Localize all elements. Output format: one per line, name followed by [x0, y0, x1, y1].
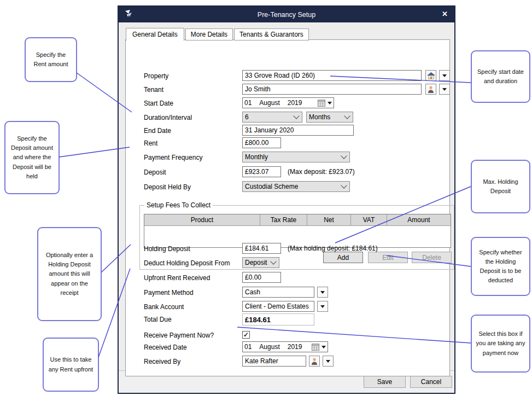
chevron-down-icon: [320, 305, 325, 308]
end-date-row: End Date 31 January 2020: [144, 125, 450, 136]
payment-frequency-value: Monthly: [245, 153, 268, 161]
calendar-icon: [318, 100, 325, 107]
bank-account-dropdown-button[interactable]: [317, 301, 328, 312]
save-button[interactable]: Save: [364, 376, 406, 388]
callout-rent-amount: Specify the Rent amount: [25, 37, 77, 82]
bank-account-row: Bank Account Client - Demo Estates: [144, 301, 450, 312]
received-date-picker[interactable]: 01 August 2019: [242, 341, 328, 352]
tenant-row: Tenant Jo Smith: [144, 84, 450, 95]
bank-account-input[interactable]: Client - Demo Estates: [242, 301, 314, 312]
payment-method-input[interactable]: Cash: [242, 287, 314, 298]
holding-deposit-row: Holding Deposit £184.61 (Max holding dep…: [144, 243, 450, 254]
col-vat: VAT: [351, 214, 387, 225]
cancel-button[interactable]: Cancel: [410, 376, 452, 388]
received-by-dropdown-button[interactable]: [323, 356, 334, 367]
holding-deposit-label: Holding Deposit: [144, 245, 190, 253]
chevron-down-icon: [320, 291, 325, 294]
start-date-day[interactable]: 01: [244, 99, 252, 107]
property-input[interactable]: 33 Grove Road (ID 260): [242, 70, 422, 81]
person-icon: [428, 86, 434, 93]
total-due-value: £184.61: [242, 313, 314, 326]
end-date-label: End Date: [144, 127, 171, 135]
upfront-rent-input[interactable]: £0.00: [242, 272, 281, 283]
chevron-down-icon: [442, 88, 447, 91]
received-by-lookup-button[interactable]: [309, 356, 320, 367]
tab-general-details[interactable]: General Details: [126, 28, 184, 41]
calendar-icon: [312, 344, 319, 351]
holding-deposit-input[interactable]: £184.61: [242, 243, 281, 254]
callout-rent-upfront: Use this to take any Rent upfront: [43, 338, 99, 392]
property-dropdown-button[interactable]: [439, 70, 450, 81]
payment-frequency-select[interactable]: Monthly: [242, 152, 350, 162]
payment-method-dropdown-button[interactable]: [317, 287, 328, 298]
deposit-held-by-label: Deposit Held By: [144, 183, 191, 191]
received-date-month[interactable]: August: [259, 343, 279, 351]
check-icon: ✓: [243, 332, 249, 338]
chevron-down-icon: [341, 153, 347, 159]
deposit-row: Deposit £923.07 (Max deposit: £923.07): [144, 166, 450, 178]
screenshot-stage: Specify the Rent amount Specify the Depo…: [0, 0, 532, 401]
title-bar: Pre-Tenancy Setup ✕: [119, 7, 454, 22]
deduct-from-value: Deposit: [245, 259, 267, 266]
deposit-held-by-select[interactable]: Custodial Scheme: [242, 181, 350, 192]
tenant-input[interactable]: Jo Smith: [242, 84, 422, 95]
receive-payment-label: Receive Payment Now?: [144, 332, 214, 339]
deduct-from-select[interactable]: Deposit: [242, 257, 279, 268]
house-icon: [427, 72, 435, 79]
tab-more-details[interactable]: More Details: [185, 28, 233, 40]
end-date-input[interactable]: 31 January 2020: [242, 125, 354, 136]
callout-holding-deposit: Optionally enter a Holding Deposit amoun…: [37, 227, 102, 321]
payment-frequency-label: Payment Frequency: [144, 154, 202, 161]
received-date-day[interactable]: 01: [244, 343, 252, 351]
callout-deposit-amount: Specify the Deposit amount and where the…: [4, 121, 60, 194]
chevron-down-icon: [442, 74, 447, 77]
rent-input[interactable]: £800.00: [242, 137, 281, 148]
start-date-month[interactable]: August: [259, 99, 279, 107]
received-date-label: Received Date: [144, 344, 187, 351]
chevron-down-icon: [270, 258, 276, 264]
window-title: Pre-Tenancy Setup: [119, 11, 454, 19]
tenant-lookup-button[interactable]: [425, 84, 436, 95]
deduct-from-row: Deduct Holding Deposit From Deposit: [144, 257, 450, 269]
tenant-label: Tenant: [144, 86, 163, 94]
tab-tenants-guarantors[interactable]: Tenants & Guarantors: [234, 28, 309, 40]
total-due-label: Total Due: [144, 316, 172, 323]
interval-value: Months: [309, 113, 330, 121]
deposit-held-by-value: Custodial Scheme: [245, 183, 298, 190]
property-row: Property 33 Grove Road (ID 260): [144, 70, 450, 82]
deposit-held-by-row: Deposit Held By Custodial Scheme: [144, 181, 450, 193]
deduct-from-label: Deduct Holding Deposit From: [144, 259, 230, 267]
upfront-rent-label: Upfront Rent Received: [144, 274, 210, 282]
property-label: Property: [144, 72, 168, 80]
start-date-picker[interactable]: 01 August 2019: [242, 97, 334, 108]
received-date-year[interactable]: 2019: [288, 343, 302, 351]
start-date-year[interactable]: 2019: [288, 99, 302, 107]
chevron-down-icon: [344, 113, 350, 119]
rent-label: Rent: [144, 140, 157, 147]
duration-row: Duration/Interval 6 Months: [144, 112, 450, 123]
receive-payment-checkbox[interactable]: ✓: [242, 331, 250, 339]
col-tax-rate: Tax Rate: [260, 214, 307, 225]
close-icon[interactable]: ✕: [442, 9, 448, 19]
callout-max-holding-deposit: Max. Holding Deposit: [471, 160, 530, 213]
received-by-input[interactable]: Kate Rafter: [242, 356, 306, 367]
pre-tenancy-setup-dialog: Pre-Tenancy Setup ✕ General Details More…: [118, 5, 455, 394]
receive-payment-row: Receive Payment Now? ✓: [144, 329, 450, 341]
property-lookup-button[interactable]: [425, 70, 436, 81]
duration-select[interactable]: 6: [242, 112, 302, 123]
payment-method-row: Payment Method Cash: [144, 287, 450, 298]
tenant-dropdown-button[interactable]: [439, 84, 450, 95]
deposit-input[interactable]: £923.07: [242, 166, 281, 177]
fees-table-header: Product Tax Rate Net VAT Amount: [144, 214, 451, 226]
callout-start-date-duration: Specify start date and duration: [471, 50, 530, 103]
chevron-down-icon: [326, 360, 330, 363]
duration-value: 6: [245, 113, 249, 121]
start-date-label: Start Date: [144, 100, 173, 107]
col-amount: Amount: [387, 214, 451, 225]
payment-frequency-row: Payment Frequency Monthly: [144, 152, 450, 163]
callout-receive-payment: Select this box if you are taking any pa…: [471, 315, 530, 373]
total-due-row: Total Due £184.61: [144, 313, 450, 326]
chevron-down-icon: [321, 346, 326, 348]
interval-select[interactable]: Months: [306, 112, 353, 123]
received-by-row: Received By Kate Rafter: [144, 356, 450, 367]
